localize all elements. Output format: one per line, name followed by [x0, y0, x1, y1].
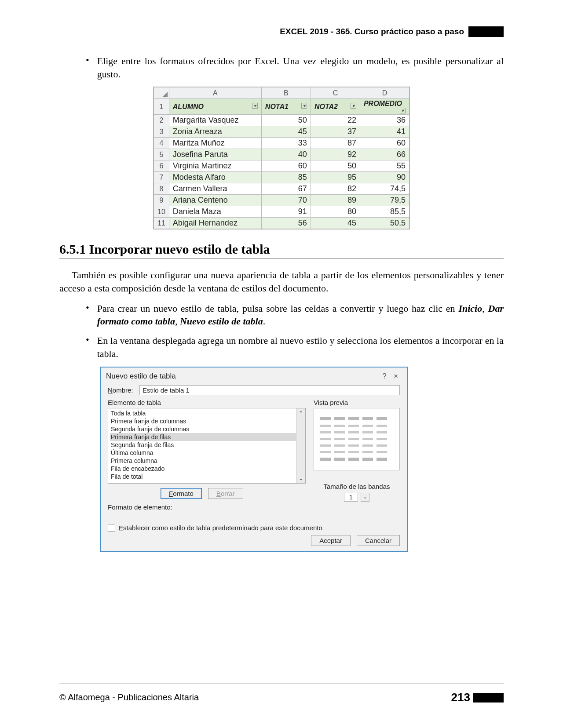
table-row: 9Ariana Centeno708979,5 — [154, 195, 409, 206]
filter-dropdown-icon[interactable]: ▾ — [301, 103, 307, 109]
style-preview — [314, 408, 400, 470]
col-D: D — [360, 87, 409, 99]
col-C: C — [311, 87, 360, 99]
name-label: Nombre: — [108, 386, 139, 394]
bullet-2-text: En la ventana desplegada agrega un nombr… — [97, 334, 504, 360]
element-label: Elemento de tabla — [108, 399, 306, 406]
scroll-down-icon[interactable]: ⌄ — [299, 475, 303, 481]
intro-bullet: • Elige entre los formatos ofrecidos por… — [59, 55, 504, 80]
page-footer: © Alfaomega - Publicaciones Altaria 213 — [59, 691, 504, 704]
bullet-2: • En la ventana desplegada agrega un nom… — [59, 334, 504, 360]
list-item[interactable]: Segunda franja de columnas — [110, 425, 303, 433]
excel-column-header-row: A B C D — [154, 87, 409, 99]
section-heading: 6.5.1 Incorporar nuevo estilo de tabla — [59, 242, 504, 257]
table-row: 5Josefina Paruta409266 — [154, 149, 409, 160]
format-button[interactable]: Formato — [161, 488, 202, 499]
cancel-button[interactable]: Cancelar — [357, 535, 400, 546]
bullet-1-text: Para crear un nuevo estilo de tabla, pul… — [97, 302, 504, 328]
hdr-promedio: PROMEDIO▾ — [360, 99, 409, 115]
bullet-1: • Para crear un nuevo estilo de tabla, p… — [59, 302, 504, 328]
footer-left: © Alfaomega - Publicaciones Altaria — [59, 692, 199, 703]
scroll-up-icon[interactable]: ⌃ — [299, 410, 303, 416]
list-item[interactable]: Última columna — [110, 449, 303, 457]
close-icon[interactable]: × — [390, 372, 402, 381]
list-item[interactable]: Primera franja de filas — [110, 433, 303, 441]
table-row: 7Modesta Alfaro859590 — [154, 172, 409, 183]
table-row: 4Maritza Muñoz338760 — [154, 138, 409, 149]
bullet-dot-icon: • — [86, 302, 89, 328]
select-all-corner — [154, 87, 169, 99]
bullet-dot-icon: • — [86, 55, 89, 80]
hdr-nota1: NOTA1▾ — [261, 99, 311, 115]
new-table-style-dialog: Nuevo estilo de tabla ? × Nombre: Estilo… — [100, 367, 408, 552]
col-A: A — [169, 87, 261, 99]
section-rule — [59, 258, 504, 259]
table-row: 8Carmen Vallera678274,5 — [154, 183, 409, 195]
listbox-scrollbar[interactable]: ⌃ ⌄ — [296, 408, 305, 483]
table-element-listbox[interactable]: Toda la tablaPrimera franja de columnasS… — [108, 408, 306, 484]
filter-dropdown-icon[interactable]: ▾ — [351, 103, 356, 109]
hdr-alumno: ALUMNO▾ — [169, 99, 261, 115]
table-header-row: 1 ALUMNO▾ NOTA1▾ NOTA2▾ PROMEDIO▾ — [154, 99, 409, 115]
filter-dropdown-icon[interactable]: ▾ — [252, 103, 258, 109]
default-style-checkbox[interactable] — [108, 524, 115, 531]
excel-table-figure: A B C D 1 ALUMNO▾ NOTA1▾ NOTA2▾ PROMEDIO… — [153, 87, 410, 229]
bands-value[interactable]: 1 — [344, 493, 358, 502]
list-item[interactable]: Segunda franja de filas — [110, 441, 303, 449]
intro-bullet-text: Elige entre los formatos ofrecidos por E… — [97, 55, 504, 80]
running-header: EXCEL 2019 - 365. Curso práctico paso a … — [59, 26, 504, 37]
list-item[interactable]: Fila de encabezado — [110, 465, 303, 473]
dialog-title: Nuevo estilo de tabla — [106, 372, 379, 381]
bands-spinner[interactable]: ⌄ — [361, 493, 369, 502]
table-row: 11Abigail Hernandez564550,5 — [154, 218, 409, 229]
book-title: EXCEL 2019 - 365. Curso práctico paso a … — [280, 27, 464, 36]
preview-label: Vista previa — [314, 399, 400, 406]
table-row: 6Virginia Martinez605055 — [154, 160, 409, 172]
header-black-box — [468, 26, 504, 37]
hdr-nota2: NOTA2▾ — [311, 99, 360, 115]
filter-dropdown-icon[interactable]: ▾ — [400, 108, 406, 113]
footer-rule — [59, 684, 504, 684]
list-item[interactable]: Primera columna — [110, 457, 303, 465]
table-row: 10Daniela Maza918085,5 — [154, 206, 409, 218]
table-row: 2Margarita Vasquez502236 — [154, 115, 409, 126]
list-item[interactable]: Toda la tabla — [110, 409, 303, 417]
dialog-titlebar: Nuevo estilo de tabla ? × — [106, 372, 402, 381]
col-B: B — [261, 87, 311, 99]
section-paragraph: También es posible configurar una nueva … — [59, 269, 504, 295]
page-number: 213 — [451, 691, 470, 704]
default-style-checkbox-label: Establecer como estilo de tabla predeter… — [119, 524, 322, 531]
list-item[interactable]: Primera franja de columnas — [110, 417, 303, 425]
bullet-dot-icon: • — [86, 334, 89, 360]
list-item[interactable]: Fila de total — [110, 473, 303, 480]
element-format-label: Formato de elemento: — [108, 503, 306, 511]
help-button[interactable]: ? — [379, 372, 390, 381]
bands-label: Tamaño de las bandas — [314, 483, 400, 490]
ok-button[interactable]: Aceptar — [311, 535, 351, 546]
clear-button[interactable]: Borrar — [208, 488, 243, 499]
table-row: 3Zonia Arreaza453741 — [154, 126, 409, 138]
name-input[interactable]: Estilo de tabla 1 — [139, 385, 400, 395]
footer-black-box — [473, 693, 504, 703]
